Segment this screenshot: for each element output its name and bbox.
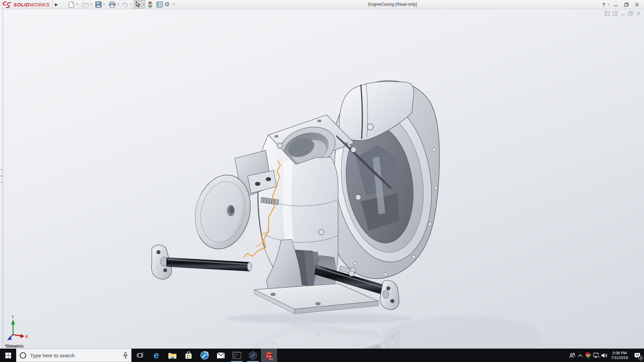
task-view-icon <box>137 352 144 358</box>
graphics-area[interactable]: Y X <box>0 9 644 349</box>
solidworks-monitor-tray-icon[interactable]: sw <box>584 349 592 362</box>
volume-icon[interactable] <box>600 349 608 362</box>
undo-dropdown[interactable]: ▾ <box>130 3 131 6</box>
open-button[interactable] <box>82 1 89 8</box>
x-axis-arrow-icon <box>20 334 24 338</box>
notification-badge: 3 <box>638 356 643 360</box>
y-axis-label: Y <box>11 315 14 319</box>
floor-shadow <box>225 313 412 324</box>
window-controls: ? ▾ <box>601 0 641 9</box>
select-dropdown[interactable]: ▾ <box>143 3 144 6</box>
command-prompt-icon: C:\_ <box>232 352 241 359</box>
logo-separator <box>52 1 53 8</box>
taskbar-item-edge[interactable]: e <box>148 349 164 362</box>
svg-text:C:\_: C:\_ <box>233 354 239 356</box>
hexagon-app-icon <box>249 351 257 360</box>
brand-text: SOLIDWORKS <box>13 2 50 7</box>
mail-icon <box>217 352 225 359</box>
taskbar-item-solidworks[interactable]: SW 2017 <box>261 349 277 362</box>
y-axis-arrow-icon <box>11 319 15 324</box>
titlebar: SOLIDWORKS ▶ ▾ ▾ ▾ ▾ ▾ ▾ <box>0 0 644 9</box>
file-properties-button[interactable] <box>156 1 163 8</box>
options-dropdown[interactable]: ▾ <box>173 3 174 6</box>
viewport: Y X *Dimetric <box>0 9 644 349</box>
orientation-triad: Y X <box>7 315 28 340</box>
new-document-dropdown[interactable]: ▾ <box>76 3 78 6</box>
taskbar-clock[interactable]: 3:08 PM 7/11/2018 <box>608 351 631 360</box>
new-document-button[interactable] <box>68 1 74 8</box>
taskbar-item-file-explorer[interactable] <box>164 349 180 362</box>
people-icon[interactable] <box>568 349 576 362</box>
wrench-circle-icon <box>200 351 209 360</box>
start-button[interactable] <box>0 349 16 362</box>
taskbar: Type here to search e C:\_ <box>0 349 644 362</box>
search-placeholder: Type here to search <box>30 353 123 358</box>
taskbar-item-hexagon-app[interactable] <box>245 349 261 362</box>
search-input[interactable]: Type here to search <box>16 349 131 362</box>
task-view-button[interactable] <box>132 349 148 362</box>
clock-date: 7/11/2018 <box>610 355 629 360</box>
select-cursor-icon <box>136 1 140 7</box>
cortana-icon <box>20 352 26 359</box>
microphone-icon[interactable] <box>123 352 128 359</box>
file-explorer-icon <box>168 352 177 359</box>
clock-time: 3:08 PM <box>610 351 629 355</box>
select-tool-button[interactable]: ▾ <box>134 0 145 8</box>
screen: SOLIDWORKS ▶ ▾ ▾ ▾ ▾ ▾ ▾ <box>0 0 644 362</box>
engine-casing-model[interactable] <box>152 81 442 314</box>
taskbar-item-mail[interactable] <box>213 349 229 362</box>
restore-button[interactable] <box>622 1 631 8</box>
document-title: EngineCasing [Read-only] <box>349 0 436 9</box>
print-button[interactable] <box>109 1 116 8</box>
system-tray: sw 3:08 PM 7/11/2018 3 <box>568 349 644 362</box>
edge-icon: e <box>154 351 159 360</box>
store-icon <box>185 351 192 359</box>
svg-text:sw: sw <box>586 354 590 356</box>
view-orientation-label: *Dimetric <box>5 344 24 349</box>
taskbar-item-tools-app[interactable] <box>197 349 213 362</box>
minimize-button[interactable] <box>611 1 620 8</box>
network-icon[interactable] <box>592 349 600 362</box>
options-gear-button[interactable]: ⚙ <box>164 1 170 8</box>
help-dropdown[interactable]: ▾ <box>608 3 609 6</box>
print-dropdown[interactable]: ▾ <box>117 3 119 6</box>
solidworks-logo-icon <box>2 1 12 8</box>
tray-overflow-chevron-icon[interactable] <box>576 349 584 362</box>
solidworks-logo: SOLIDWORKS <box>2 0 50 9</box>
select-split-divider <box>140 1 141 8</box>
taskbar-item-command-prompt[interactable]: C:\_ <box>229 349 245 362</box>
windows-logo-icon <box>5 353 11 358</box>
menu-flyout-arrow[interactable]: ▶ <box>54 1 59 8</box>
taskbar-item-store[interactable] <box>180 349 197 362</box>
close-button[interactable] <box>633 1 641 8</box>
save-button[interactable] <box>95 1 102 8</box>
undo-button[interactable] <box>121 1 128 8</box>
help-button[interactable]: ? <box>601 2 606 7</box>
rebuild-button[interactable] <box>148 1 152 8</box>
x-axis-label: X <box>25 335 28 339</box>
open-dropdown[interactable]: ▾ <box>91 3 92 6</box>
save-dropdown[interactable]: ▾ <box>103 3 105 6</box>
solidworks-app-icon: SW 2017 <box>264 351 274 360</box>
svg-text:2017: 2017 <box>269 358 273 360</box>
action-center-button[interactable]: 3 <box>631 349 644 362</box>
